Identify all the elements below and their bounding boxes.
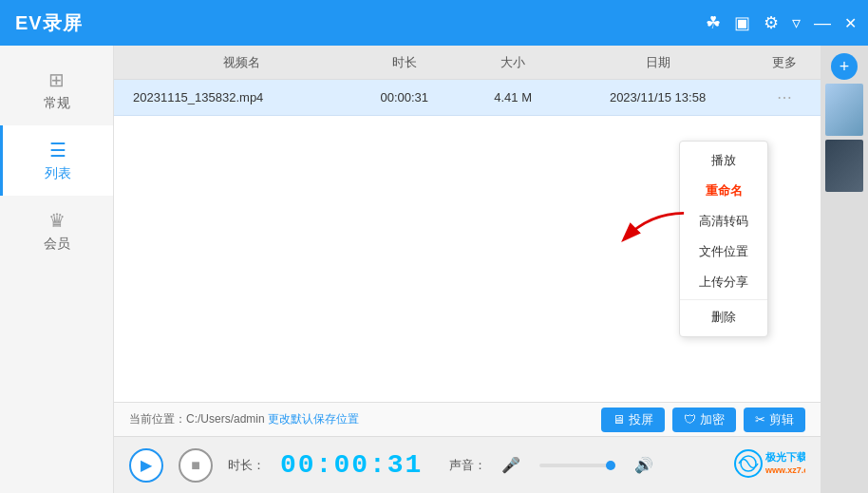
preview-strip: + <box>821 46 868 493</box>
path-label: 当前位置：C:/Users/admin <box>129 412 265 426</box>
shield-icon: 🛡 <box>684 412 696 427</box>
menu-icon[interactable]: ▿ <box>792 12 801 33</box>
col-header-duration: 时长 <box>350 54 459 71</box>
player-bar: ▶ ■ 时长： 00:00:31 声音： 🎤 🔊 极光下载站 www.xz7.c… <box>114 436 821 493</box>
preview-thumbnail-1[interactable] <box>825 84 863 136</box>
cast-icon: 🖥 <box>613 412 625 427</box>
edit-label: 剪辑 <box>769 411 794 428</box>
menu-item-rename[interactable]: 重命名 <box>680 176 767 206</box>
audio-slider[interactable] <box>539 464 615 467</box>
edit-button[interactable]: ✂ 剪辑 <box>744 408 805 432</box>
menu-item-share[interactable]: 上传分享 <box>680 267 767 297</box>
sidebar-item-member[interactable]: ♛ 会员 <box>0 196 113 266</box>
list-icon: ☰ <box>49 139 66 161</box>
user-icon[interactable]: ☘ <box>706 12 721 33</box>
window-controls: ☘ ▣ ⚙ ▿ — ✕ <box>706 12 857 33</box>
col-header-more: 更多 <box>748 54 821 71</box>
time-display: 00:00:31 <box>280 450 423 480</box>
col-header-date: 日期 <box>567 54 748 71</box>
bottom-actions: 🖥 投屏 🛡 加密 ✂ 剪辑 <box>601 408 805 432</box>
lock-label: 加密 <box>700 411 725 428</box>
time-label: 时长： <box>228 457 265 474</box>
file-path: 当前位置：C:/Users/admin 更改默认保存位置 <box>129 411 359 427</box>
lock-button[interactable]: 🛡 加密 <box>672 408 736 432</box>
menu-item-play[interactable]: 播放 <box>680 145 767 176</box>
scissors-icon: ✂ <box>755 412 765 427</box>
cell-size: 4.41 M <box>459 90 567 104</box>
grid-icon: ⊞ <box>48 68 65 91</box>
cast-button[interactable]: 🖥 投屏 <box>601 408 665 432</box>
close-icon[interactable]: ✕ <box>844 14 857 32</box>
table-header: 视频名 时长 大小 日期 更多 <box>114 46 821 80</box>
table-row[interactable]: 20231115_135832.mp4 00:00:31 4.41 M 2023… <box>114 80 821 116</box>
watermark-logo: 极光下载站 www.xz7.com <box>729 447 805 484</box>
audio-slider-thumb[interactable] <box>606 461 615 470</box>
more-options-icon[interactable]: ⋯ <box>777 89 792 105</box>
cell-date: 2023/11/15 13:58 <box>567 90 748 104</box>
play-button[interactable]: ▶ <box>129 448 163 483</box>
menu-item-transcode[interactable]: 高清转码 <box>680 206 767 237</box>
cast-label: 投屏 <box>629 411 653 428</box>
sidebar: ⊞ 常规 ☰ 列表 ♛ 会员 <box>0 46 114 493</box>
main-layout: ⊞ 常规 ☰ 列表 ♛ 会员 视频名 时长 大小 日期 更多 20231115_… <box>0 46 868 493</box>
menu-item-location[interactable]: 文件位置 <box>680 237 767 267</box>
speaker-icon[interactable]: 🔊 <box>634 456 653 474</box>
menu-divider <box>680 299 767 300</box>
cell-name: 20231115_135832.mp4 <box>114 90 350 104</box>
svg-text:极光下载站: 极光下载站 <box>764 451 805 463</box>
settings-icon[interactable]: ⚙ <box>764 12 779 33</box>
title-bar: EV录屏 ☘ ▣ ⚙ ▿ — ✕ <box>0 0 868 46</box>
sidebar-label-member: 会员 <box>44 236 70 253</box>
sidebar-item-general[interactable]: ⊞ 常规 <box>0 55 113 125</box>
stop-button[interactable]: ■ <box>179 448 213 483</box>
add-preview-button[interactable]: + <box>831 53 858 80</box>
sidebar-label-general: 常规 <box>44 95 70 112</box>
cell-duration: 00:00:31 <box>350 90 459 104</box>
menu-item-delete[interactable]: 删除 <box>680 302 767 332</box>
change-path-link[interactable]: 更改默认保存位置 <box>268 412 359 426</box>
sidebar-item-list[interactable]: ☰ 列表 <box>0 125 113 196</box>
content-area: 视频名 时长 大小 日期 更多 20231115_135832.mp4 00:0… <box>114 46 821 493</box>
context-menu: 播放 重命名 高清转码 文件位置 上传分享 删除 <box>679 141 768 337</box>
microphone-icon[interactable]: 🎤 <box>501 456 520 474</box>
audio-label: 声音： <box>449 457 486 474</box>
svg-text:www.xz7.com: www.xz7.com <box>764 465 805 475</box>
bottom-bar: 当前位置：C:/Users/admin 更改默认保存位置 🖥 投屏 🛡 加密 ✂… <box>114 402 821 436</box>
notification-icon[interactable]: ▣ <box>734 12 750 33</box>
col-header-name: 视频名 <box>114 54 350 71</box>
preview-thumbnail-2[interactable] <box>825 140 863 192</box>
minimize-icon[interactable]: — <box>814 13 831 33</box>
cell-more[interactable]: ⋯ <box>748 88 821 106</box>
col-header-size: 大小 <box>459 54 567 71</box>
sidebar-label-list: 列表 <box>45 165 71 182</box>
app-title: EV录屏 <box>15 10 83 36</box>
crown-icon: ♛ <box>48 209 66 232</box>
watermark: 极光下载站 www.xz7.com <box>729 447 805 484</box>
